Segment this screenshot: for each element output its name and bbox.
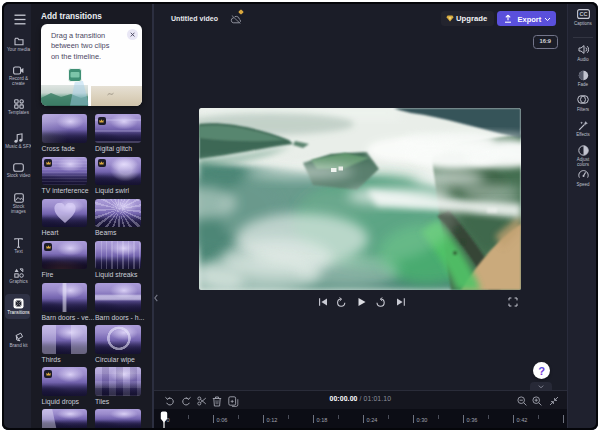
svg-text:CC: CC: [579, 11, 587, 17]
svg-text:?: ?: [538, 364, 545, 376]
